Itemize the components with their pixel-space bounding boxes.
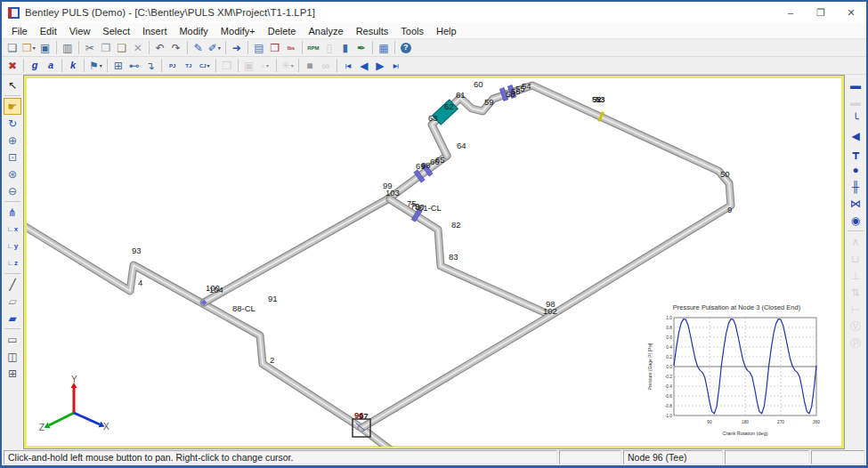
flag-tool-button[interactable]: ⚑▾ xyxy=(87,58,104,74)
accel-point-button[interactable]: a xyxy=(43,58,59,74)
toolbar-separator xyxy=(4,201,20,202)
measure-tool-button[interactable]: ▱ xyxy=(4,293,21,310)
node-label: 93 xyxy=(132,246,142,255)
load-library-button[interactable]: ❒ xyxy=(267,40,283,56)
cut-button[interactable]: ✂ xyxy=(82,40,98,56)
flange-fitting-button[interactable]: ╫ xyxy=(847,178,864,195)
bend-tool-button[interactable]: ↴ xyxy=(142,58,158,74)
draw-eis-button[interactable]: ✐▾ xyxy=(207,40,223,56)
open-file-button[interactable]: ❒▾ xyxy=(20,40,37,56)
segment-tool-button[interactable]: ⊞ xyxy=(110,58,126,74)
menu-insert[interactable]: Insert xyxy=(136,24,174,38)
zoom-out-button[interactable]: ⊖ xyxy=(4,182,21,199)
menu-tools[interactable]: Tools xyxy=(394,24,430,38)
axis-x-label: X xyxy=(103,422,110,432)
report-button[interactable]: ▦ xyxy=(376,40,392,56)
window-split-button[interactable]: ◫ xyxy=(4,348,21,365)
script-editor-button[interactable]: ✒ xyxy=(353,40,369,56)
reducer-fitting-button[interactable]: ◀ xyxy=(847,127,864,144)
nav-prev-button[interactable]: ◀ xyxy=(356,58,372,74)
model-viewport[interactable]: 93410010488-CL9129796981029910375798081-… xyxy=(23,75,845,449)
tee-fitting-button[interactable]: ┳ xyxy=(847,144,864,161)
window-quad-button[interactable]: ⊞ xyxy=(4,365,21,382)
delete-results-button[interactable]: ✖ xyxy=(4,58,20,74)
copy-button[interactable]: ❐ xyxy=(98,40,114,56)
help-button[interactable]: ? xyxy=(398,40,414,56)
toolbar-model: ✖gak⚑▾⊞⊷↴PJTJCJ▾❐▣▫▾✳▾■∞|◀◀▶▶| xyxy=(2,57,866,75)
print-button[interactable]: ▥ xyxy=(60,40,76,56)
insert-next-button[interactable]: ➜ xyxy=(229,40,245,56)
view-y-button[interactable]: ∟y xyxy=(4,238,21,254)
node-label: 82 xyxy=(451,220,461,230)
database-button[interactable]: ▮ xyxy=(337,40,353,56)
node-label: 64 xyxy=(457,141,466,150)
zoom-window-icon: ⊡ xyxy=(8,152,17,163)
node-label: 9 xyxy=(727,205,732,214)
undo-button[interactable]: ↶ xyxy=(152,40,168,56)
select-tool-button[interactable]: ↖ xyxy=(4,77,21,93)
pipe-segment-button[interactable]: ▬ xyxy=(847,77,864,93)
bend-tj-button[interactable]: TJ xyxy=(181,58,197,74)
nav-first-icon: |◀ xyxy=(345,63,351,69)
cap-fitting-icon: ● xyxy=(852,165,858,175)
cap-fitting-button[interactable]: ● xyxy=(847,161,864,178)
draw-pipe-button[interactable]: ✎ xyxy=(191,40,207,56)
gravity-point-button[interactable]: g xyxy=(27,58,43,74)
menu-delete[interactable]: Delete xyxy=(262,24,303,38)
menu-modify[interactable]: Modify+ xyxy=(215,24,262,38)
chart-xtick-label: 270 xyxy=(777,420,784,424)
menu-select[interactable]: Select xyxy=(96,24,136,38)
menu-modify[interactable]: Modify xyxy=(173,24,214,38)
bend-cj-button[interactable]: CJ▾ xyxy=(197,58,213,74)
chart-xtick-label: 180 xyxy=(742,420,749,424)
close-button[interactable]: ✕ xyxy=(836,2,866,23)
support-anchor-icon: ⊥ xyxy=(851,270,860,281)
view-z-button[interactable]: ∟z xyxy=(4,254,21,271)
nav-next-button[interactable]: ▶ xyxy=(372,58,388,74)
highlight-tool-button[interactable]: ▰ xyxy=(4,310,21,327)
k-point-button[interactable]: k xyxy=(65,58,81,74)
menu-file[interactable]: File xyxy=(5,24,34,38)
toolbar-separator xyxy=(848,230,864,231)
menu-edit[interactable]: Edit xyxy=(34,24,63,38)
bend-pj-button[interactable]: PJ xyxy=(165,58,181,74)
units-lbs-button[interactable]: lbs xyxy=(283,40,299,56)
view-x-button[interactable]: ∟x xyxy=(4,221,21,238)
minimize-button[interactable]: – xyxy=(775,2,806,23)
input-grid-button[interactable]: ▤ xyxy=(251,40,267,56)
copy-icon: ❐ xyxy=(101,43,110,53)
delete-button[interactable]: ✕ xyxy=(130,40,146,56)
draw-line-button[interactable]: ╱ xyxy=(4,276,21,293)
link-tool-icon: ∞ xyxy=(322,61,330,71)
stop-analysis-button[interactable]: ■ xyxy=(302,58,318,74)
toolbar-separator xyxy=(276,59,277,72)
zoom-extents-button[interactable]: ⊕ xyxy=(4,132,21,149)
elbow-fitting-icon: ╰ xyxy=(852,114,858,125)
menu-results[interactable]: Results xyxy=(350,24,395,38)
menu-analyze[interactable]: Analyze xyxy=(302,24,349,38)
valve-fitting-button[interactable]: ⋈ xyxy=(847,195,864,212)
insert-run-button[interactable]: ⊷ xyxy=(126,58,142,74)
iso-view-button[interactable]: ⋔ xyxy=(4,204,21,221)
menu-view[interactable]: View xyxy=(63,24,97,38)
redo-button[interactable]: ↷ xyxy=(168,40,184,56)
zoom-dynamic-button[interactable]: ⊛ xyxy=(4,165,21,182)
nav-first-button[interactable]: |◀ xyxy=(340,58,356,74)
restore-button[interactable]: ❐ xyxy=(806,2,836,23)
chart-ytick-label: -0.4 xyxy=(665,384,673,389)
elbow-fitting-button[interactable]: ╰ xyxy=(847,110,864,127)
rpm-gauge-button[interactable]: RPM xyxy=(305,40,321,56)
menu-help[interactable]: Help xyxy=(430,24,463,38)
zoom-window-button[interactable]: ⊡ xyxy=(4,149,21,165)
window-single-button[interactable]: ▭ xyxy=(4,331,21,348)
new-file-button[interactable]: ❏ xyxy=(4,40,20,56)
redo-icon: ↷ xyxy=(172,43,181,53)
pan-tool-button[interactable]: ☛ xyxy=(4,98,21,115)
node-label: 2 xyxy=(270,355,274,365)
toolbar-separator xyxy=(4,95,20,96)
pump-fitting-button[interactable]: ◉ xyxy=(847,212,864,229)
nav-last-button[interactable]: ▶| xyxy=(388,58,404,74)
paste-button[interactable]: ❑ xyxy=(114,40,130,56)
rotate-view-button[interactable]: ↻ xyxy=(4,115,21,132)
save-file-button[interactable]: ▣ xyxy=(37,40,53,56)
